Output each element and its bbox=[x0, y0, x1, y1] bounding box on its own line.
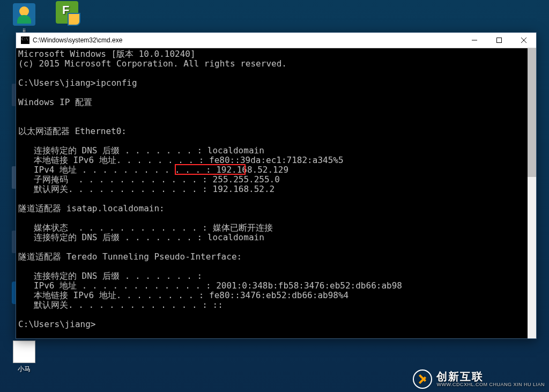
cmd-window: C:\Windows\system32\cmd.exe Microsoft Wi… bbox=[16, 32, 537, 339]
watermark-en: WWW.CDCXHL.COM CHUANG XIN HU LIAN bbox=[436, 382, 545, 388]
scrollbar-thumb[interactable] bbox=[528, 48, 536, 177]
titlebar[interactable]: C:\Windows\system32\cmd.exe bbox=[16, 33, 536, 48]
terminal-output[interactable]: Microsoft Windows [版本 10.0.10240] (c) 20… bbox=[16, 48, 528, 338]
fiddler-icon bbox=[56, 1, 78, 24]
cmd-icon bbox=[21, 36, 29, 44]
minimize-button[interactable] bbox=[462, 33, 487, 48]
blank-file-icon bbox=[13, 341, 35, 363]
close-button[interactable] bbox=[511, 33, 536, 48]
watermark-logo-icon bbox=[413, 369, 432, 389]
icon-label: 小马 bbox=[5, 365, 43, 374]
window-title: C:\Windows\system32\cmd.exe bbox=[29, 36, 462, 44]
user-avatar-icon bbox=[13, 3, 35, 26]
svg-rect-1 bbox=[497, 38, 502, 43]
desktop-icon-fiddler[interactable] bbox=[48, 1, 86, 25]
desktop-icon-xiaoma[interactable]: 小马 bbox=[5, 341, 43, 374]
desktop-icon-user[interactable]: ji bbox=[5, 3, 43, 35]
window-controls bbox=[462, 33, 536, 48]
maximize-button[interactable] bbox=[487, 33, 511, 48]
watermark-cn: 创新互联 bbox=[436, 371, 545, 382]
scrollbar[interactable] bbox=[528, 48, 536, 338]
watermark: 创新互联 WWW.CDCXHL.COM CHUANG XIN HU LIAN bbox=[413, 369, 545, 389]
